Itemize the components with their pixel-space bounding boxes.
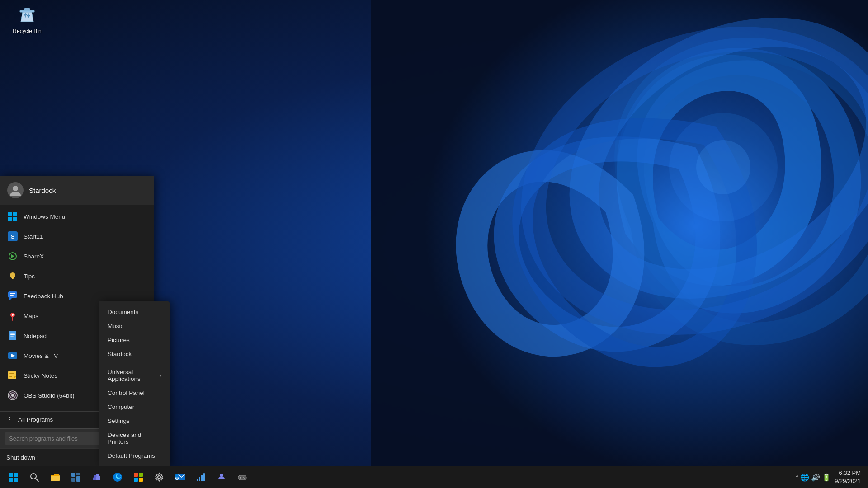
taskbar-widgets[interactable] — [66, 467, 86, 487]
svg-rect-36 — [9, 376, 12, 377]
recycle-bin-label: Recycle Bin — [13, 28, 41, 34]
submenu-pictures-label: Pictures — [108, 337, 130, 343]
submenu-control-panel[interactable]: Control Panel — [99, 386, 170, 400]
svg-line-45 — [36, 479, 39, 482]
svg-point-74 — [244, 478, 245, 479]
notepad-label: Notepad — [24, 333, 47, 339]
submenu-documents-label: Documents — [108, 309, 138, 315]
taskbar-icons: O — [4, 467, 252, 487]
svg-rect-21 — [8, 291, 17, 298]
svg-rect-28 — [10, 333, 15, 334]
taskbar: O — [0, 466, 868, 488]
submenu-computer[interactable]: Computer — [99, 400, 170, 414]
taskbar-devhome[interactable] — [191, 467, 211, 487]
svg-rect-67 — [201, 475, 203, 481]
sharex-label: ShareX — [24, 253, 44, 260]
submenu-devices-printers-label: Devices and Printers — [108, 432, 161, 445]
sticky-notes-icon — [6, 369, 19, 382]
svg-rect-48 — [76, 473, 80, 475]
feedback-hub-label: Feedback Hub — [24, 293, 63, 300]
obs-studio-icon — [6, 389, 19, 402]
svg-rect-41 — [14, 473, 18, 477]
svg-rect-49 — [71, 478, 75, 482]
submenu-stardock[interactable]: Stardock — [99, 347, 170, 361]
svg-rect-55 — [134, 473, 138, 477]
tips-icon — [6, 270, 19, 282]
svg-text:O: O — [176, 477, 178, 479]
system-tray: ^ 🌐 🔊 🔋 — [796, 473, 831, 482]
svg-rect-7 — [24, 8, 30, 10]
svg-rect-66 — [199, 477, 200, 481]
svg-point-26 — [12, 314, 14, 316]
recycle-bin-image — [16, 5, 38, 26]
menu-item-tips[interactable]: Tips — [0, 266, 154, 286]
svg-rect-42 — [9, 478, 13, 482]
submenu-music[interactable]: Music — [99, 319, 170, 333]
svg-rect-57 — [134, 478, 138, 482]
svg-rect-70 — [238, 475, 246, 480]
menu-item-windows-menu[interactable]: Windows Menu — [0, 206, 154, 226]
user-section[interactable]: Stardock — [0, 176, 154, 205]
clock-time: 6:32 PM — [835, 469, 861, 477]
network-icon[interactable]: 🌐 — [800, 473, 809, 482]
submenu-settings-label: Settings — [108, 418, 130, 424]
user-avatar — [7, 182, 24, 198]
taskbar-settings[interactable] — [149, 467, 169, 487]
tray-chevron-icon[interactable]: ^ — [796, 474, 799, 480]
svg-rect-23 — [10, 293, 15, 294]
submenu-devices-printers[interactable]: Devices and Printers — [99, 428, 170, 449]
submenu-divider-1 — [99, 363, 170, 363]
svg-point-39 — [11, 394, 14, 397]
submenu-settings[interactable]: Settings — [99, 414, 170, 428]
shutdown-label: Shut down — [6, 454, 35, 461]
svg-rect-10 — [13, 212, 17, 216]
svg-rect-43 — [14, 478, 18, 482]
submenu-universal-apps-arrow: › — [160, 373, 161, 378]
clock-date: 9/29/2021 — [835, 477, 861, 485]
submenu-pictures[interactable]: Pictures — [99, 333, 170, 347]
svg-point-59 — [158, 476, 160, 479]
sharex-icon — [6, 250, 19, 263]
shutdown-button[interactable]: Shut down › — [6, 452, 39, 463]
taskbar-microsoft-store[interactable] — [128, 467, 148, 487]
svg-rect-19 — [12, 278, 14, 279]
notepad-icon — [6, 329, 19, 342]
submenu-stardock-label: Stardock — [108, 351, 132, 357]
svg-rect-12 — [13, 217, 17, 221]
svg-rect-11 — [8, 217, 12, 221]
shutdown-arrow: › — [37, 455, 39, 461]
maps-icon — [6, 310, 19, 322]
svg-point-4 — [696, 140, 750, 194]
svg-rect-34 — [9, 373, 14, 374]
taskbar-teams2[interactable] — [212, 467, 231, 487]
submenu-default-programs[interactable]: Default Programs — [99, 449, 170, 463]
svg-rect-6 — [20, 10, 34, 12]
taskbar-edge[interactable] — [108, 467, 127, 487]
taskbar-gamebar[interactable] — [232, 467, 252, 487]
all-programs-icon: ⋮ — [6, 415, 14, 424]
sticky-notes-label: Sticky Notes — [24, 372, 57, 379]
submenu-universal-apps[interactable]: Universal Applications › — [99, 365, 170, 386]
svg-rect-30 — [10, 336, 14, 337]
submenu-documents[interactable]: Documents — [99, 305, 170, 319]
user-name: Stardock — [29, 187, 56, 194]
menu-item-start11[interactable]: S Start11 — [0, 226, 154, 246]
sound-icon[interactable]: 🔊 — [811, 473, 820, 482]
svg-rect-9 — [8, 212, 12, 216]
svg-rect-18 — [11, 277, 14, 278]
taskbar-start-button[interactable] — [4, 467, 24, 487]
taskbar-outlook[interactable]: O — [170, 467, 190, 487]
movies-tv-icon — [6, 349, 19, 362]
battery-icon[interactable]: 🔋 — [822, 473, 831, 482]
windows-menu-label: Windows Menu — [24, 213, 65, 220]
taskbar-search-button[interactable] — [24, 467, 44, 487]
tips-label: Tips — [24, 273, 35, 280]
svg-point-69 — [220, 474, 223, 477]
submenu-music-label: Music — [108, 323, 123, 329]
recycle-bin-icon[interactable]: Recycle Bin — [9, 5, 45, 34]
menu-item-sharex[interactable]: ShareX — [0, 246, 154, 266]
taskbar-clock[interactable]: 6:32 PM 9/29/2021 — [835, 469, 861, 485]
svg-rect-65 — [197, 479, 198, 481]
taskbar-teams[interactable] — [87, 467, 107, 487]
taskbar-file-explorer[interactable] — [45, 467, 65, 487]
